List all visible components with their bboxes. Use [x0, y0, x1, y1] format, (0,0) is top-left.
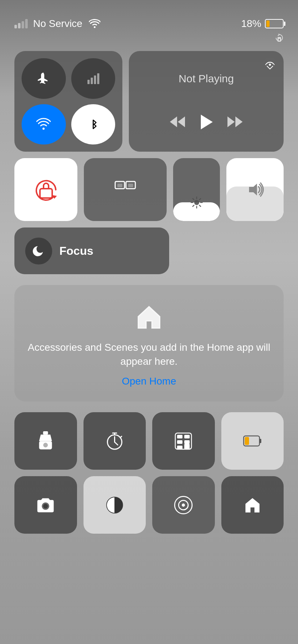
airplane-mode-button[interactable]: [22, 58, 66, 99]
svg-rect-45: [184, 440, 190, 444]
svg-point-6: [42, 128, 45, 130]
battery-widget-button[interactable]: [221, 412, 284, 470]
bottom-row-1: [14, 412, 284, 470]
moon-circle: [25, 238, 52, 264]
svg-rect-19: [117, 184, 122, 187]
home-large-icon: [135, 303, 163, 333]
svg-line-26: [193, 199, 194, 200]
volume-slider[interactable]: [226, 158, 284, 221]
svg-marker-11: [178, 116, 185, 127]
focus-label: Focus: [59, 244, 93, 258]
svg-marker-13: [227, 116, 235, 127]
svg-rect-44: [177, 440, 182, 444]
home-section: Accessories and Scenes you add in the Ho…: [14, 285, 284, 401]
wifi-status-icon: [89, 19, 100, 28]
fast-forward-button[interactable]: [226, 115, 244, 129]
svg-rect-3: [91, 78, 93, 84]
bluetooth-button[interactable]: [71, 104, 116, 145]
svg-rect-42: [177, 435, 182, 438]
cellular-button[interactable]: [71, 58, 116, 99]
rewind-button[interactable]: [168, 115, 186, 129]
airplay-button[interactable]: [262, 57, 278, 74]
row-1: Not Playing: [14, 51, 284, 152]
svg-rect-20: [128, 184, 133, 187]
rotation-lock-icon: [274, 34, 284, 44]
status-bar: No Service 18%: [0, 0, 298, 33]
svg-point-21: [194, 200, 199, 205]
svg-line-40: [120, 436, 122, 438]
svg-rect-15: [40, 189, 52, 198]
calculator-button[interactable]: [152, 412, 215, 470]
svg-marker-32: [39, 434, 52, 441]
screen-mirror-button[interactable]: [84, 158, 167, 221]
open-home-link[interactable]: Open Home: [122, 376, 176, 387]
now-playing-panel: Not Playing: [129, 51, 284, 152]
svg-point-9: [269, 64, 271, 66]
timer-button[interactable]: [83, 412, 146, 470]
svg-marker-14: [235, 116, 243, 127]
signal-bar-1: [14, 25, 17, 28]
control-center: Not Playing: [0, 44, 298, 281]
svg-marker-30: [249, 184, 257, 196]
svg-line-29: [193, 205, 194, 207]
focus-row: Focus: [14, 227, 284, 274]
svg-point-56: [182, 503, 185, 507]
signal-bars: [14, 19, 28, 28]
signal-bar-3: [22, 21, 24, 28]
wifi-button[interactable]: [22, 104, 66, 145]
svg-rect-50: [245, 437, 249, 445]
brightness-slider[interactable]: [173, 158, 220, 221]
home-description: Accessories and Scenes you add in the Ho…: [25, 340, 273, 368]
bottom-row-2: [14, 476, 284, 534]
rotation-lock-area: [0, 34, 298, 44]
signal-bar-4: [25, 19, 28, 28]
svg-rect-2: [87, 80, 90, 84]
svg-rect-31: [43, 431, 48, 434]
svg-rect-1: [279, 39, 280, 41]
svg-marker-12: [201, 115, 213, 129]
svg-point-52: [43, 504, 48, 509]
svg-line-27: [199, 205, 201, 207]
connectivity-panel: [14, 51, 122, 152]
svg-rect-43: [184, 435, 190, 438]
no-service-label: No Service: [33, 18, 82, 29]
battery-fill: [266, 20, 270, 27]
not-playing-label: Not Playing: [179, 73, 234, 85]
dark-mode-button[interactable]: [83, 476, 146, 534]
play-button[interactable]: [199, 114, 213, 130]
volume-icon: [246, 181, 264, 198]
battery-icon: [265, 19, 284, 28]
camera-button[interactable]: [14, 476, 77, 534]
svg-rect-46: [177, 446, 182, 449]
signal-bar-2: [18, 23, 21, 28]
battery-percent: 18%: [241, 18, 261, 29]
home-app-button[interactable]: [221, 476, 284, 534]
svg-rect-49: [259, 439, 261, 443]
row-2: [14, 158, 284, 221]
svg-line-28: [199, 199, 201, 200]
status-right: 18%: [241, 18, 284, 29]
svg-rect-5: [97, 73, 99, 84]
svg-point-34: [43, 443, 48, 447]
bottom-controls: [0, 405, 298, 534]
status-left: No Service: [14, 18, 100, 29]
flashlight-button[interactable]: [14, 412, 77, 470]
svg-marker-10: [170, 116, 177, 127]
svg-line-37: [114, 442, 118, 445]
screen-lock-button[interactable]: [14, 158, 77, 221]
playback-controls: [168, 114, 244, 130]
svg-rect-47: [184, 444, 190, 449]
svg-rect-4: [94, 75, 96, 84]
focus-button[interactable]: Focus: [14, 227, 169, 274]
portrait-button[interactable]: [152, 476, 215, 534]
brightness-icon: [190, 196, 203, 210]
